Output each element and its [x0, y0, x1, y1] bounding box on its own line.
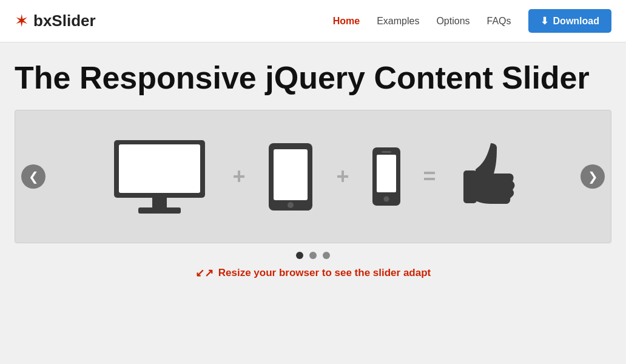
monitor-svg	[108, 137, 211, 216]
plus-operator-1: +	[232, 164, 245, 189]
download-label: Download	[553, 16, 599, 27]
svg-rect-8	[377, 155, 396, 192]
download-button[interactable]: ⬇ Download	[528, 9, 611, 33]
resize-note: ↙↗ Resize your browser to see the slider…	[15, 266, 611, 280]
thumbsup-svg	[457, 140, 518, 213]
resize-icon: ↙↗	[195, 266, 214, 280]
svg-point-9	[383, 197, 389, 202]
slider-dot-2[interactable]	[309, 252, 317, 259]
plus-operator-2: +	[336, 164, 349, 189]
slider-next-button[interactable]: ❯	[581, 164, 605, 189]
slider-dot-1[interactable]	[296, 252, 303, 259]
svg-rect-11	[463, 170, 477, 203]
slider-content: + + =	[15, 125, 611, 228]
nav-item-examples[interactable]: Examples	[377, 16, 419, 27]
slider: ❮ +	[15, 110, 611, 243]
slider-dot-3[interactable]	[323, 252, 330, 259]
svg-point-6	[288, 202, 294, 208]
logo-area: ✶ bxSlider	[15, 12, 96, 30]
download-icon: ⬇	[540, 15, 548, 27]
monitor-device-icon	[108, 137, 211, 216]
svg-rect-3	[138, 207, 181, 214]
slider-dots	[15, 252, 611, 259]
nav-item-faqs[interactable]: FAQs	[487, 16, 511, 27]
svg-rect-5	[274, 149, 308, 200]
tablet-svg	[266, 142, 315, 212]
hero-title: The Responsive jQuery Content Slider	[15, 61, 611, 95]
slider-prev-button[interactable]: ❮	[21, 164, 45, 189]
phone-device-icon	[371, 146, 402, 207]
header: ✶ bxSlider Home Examples Options FAQs ⬇ …	[0, 0, 626, 42]
svg-rect-10	[382, 151, 391, 153]
svg-rect-2	[152, 198, 167, 207]
tablet-device-icon	[266, 142, 315, 212]
main-content: The Responsive jQuery Content Slider ❮ +	[0, 42, 626, 292]
equals-operator: =	[423, 164, 436, 189]
phone-svg	[371, 146, 402, 207]
logo-text: bxSlider	[33, 12, 96, 30]
thumbsup-device-icon	[457, 140, 518, 213]
resize-note-text: Resize your browser to see the slider ad…	[218, 267, 431, 279]
main-nav: Home Examples Options FAQs ⬇ Download	[333, 9, 611, 33]
nav-item-options[interactable]: Options	[436, 16, 470, 27]
logo-star-icon: ✶	[15, 13, 29, 30]
nav-item-home[interactable]: Home	[333, 16, 360, 27]
svg-rect-1	[119, 144, 200, 193]
